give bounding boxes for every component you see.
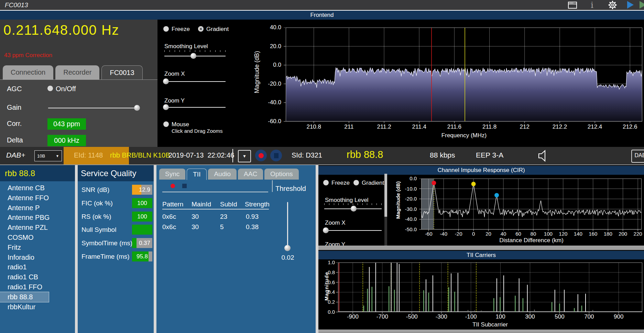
service-list-item[interactable]: Fritz xyxy=(0,243,75,253)
mouse-label: Mouse xyxy=(172,121,189,128)
table-cell: 0.38 xyxy=(246,223,259,231)
stop-icon xyxy=(274,153,279,158)
cir-x-tick: 220 xyxy=(630,231,644,237)
tab-sync[interactable]: Sync xyxy=(159,169,185,180)
smoothing-slider-handle[interactable] xyxy=(190,53,196,59)
service-list-item[interactable]: Antenne P xyxy=(0,203,75,213)
spectrum-y-tick: -20.0 xyxy=(261,80,281,87)
cir-zoom-x-slider-track[interactable] xyxy=(324,230,382,231)
splitter-handle[interactable] xyxy=(154,165,156,333)
current-service-header: rbb 88.8 xyxy=(0,165,75,181)
table-cell: 30 xyxy=(192,223,199,231)
tab-audio[interactable]: Audio xyxy=(208,169,237,180)
splitter-handle[interactable] xyxy=(316,165,318,333)
spectrum-x-tick: 211.4 xyxy=(409,123,429,130)
cir-scrollbar-track[interactable] xyxy=(384,174,387,247)
threshold-slider-track[interactable] xyxy=(287,202,288,247)
threshold-label: Threshold xyxy=(275,185,306,193)
service-list-item[interactable]: Antenne FFO xyxy=(0,193,75,203)
mute-button[interactable] xyxy=(538,150,549,162)
tab-aac[interactable]: AAC xyxy=(238,169,263,180)
tab-fc0013[interactable]: FC0013 xyxy=(101,65,142,80)
protection-label: EEP 3-A xyxy=(476,151,503,159)
cir-zoom-x-slider-handle[interactable] xyxy=(323,227,329,233)
threshold-slider-handle[interactable] xyxy=(284,245,291,251)
service-list-item[interactable]: radio1 CB xyxy=(0,272,75,282)
zoom-y-slider-track[interactable] xyxy=(164,107,226,108)
cir-smoothing-label: Smoothing Level xyxy=(325,197,369,204)
gear-icon[interactable] xyxy=(608,0,617,10)
channel-select[interactable]: 10B ▼ xyxy=(34,150,62,161)
zoom-x-slider-track[interactable] xyxy=(164,81,226,82)
tab-connection[interactable]: Connection xyxy=(3,65,53,79)
splitter-handle[interactable] xyxy=(75,165,78,333)
tii-stop-button[interactable] xyxy=(182,184,187,188)
stop-button[interactable] xyxy=(270,150,282,161)
zoom-y-slider-handle[interactable] xyxy=(163,104,169,110)
frontend-spectrum-plot[interactable] xyxy=(283,28,644,124)
tab-options[interactable]: Options xyxy=(264,169,298,180)
cir-plot xyxy=(418,179,644,232)
dab-mode-label: DAB+ xyxy=(6,151,25,159)
spectrum-x-tick: 211 xyxy=(339,123,359,130)
spectrum-controls: Freeze × Gradient Smoothing Level Zoom X… xyxy=(157,20,237,147)
tab-tii[interactable]: TII xyxy=(187,169,207,180)
threshold-divider xyxy=(272,180,273,192)
service-list-item[interactable]: radio1 FFO xyxy=(0,282,75,292)
zoom-x-slider-handle[interactable] xyxy=(163,78,169,84)
agc-radio[interactable] xyxy=(47,86,53,91)
service-list-item-selected[interactable]: rbb 88.8 xyxy=(0,292,49,302)
horizontal-scrollbar[interactable] xyxy=(318,246,644,250)
cir-gradient-radio[interactable] xyxy=(353,180,359,185)
service-list-panel: rbb 88.8 Antenne CB Antenne FFO Antenne … xyxy=(0,165,75,333)
info-icon[interactable]: i xyxy=(591,0,593,10)
service-list-item[interactable]: Antenne CB xyxy=(0,183,75,193)
sq-badge-5: 95.8 xyxy=(132,251,152,261)
service-list-item[interactable]: Antenne PZL xyxy=(0,223,75,233)
tii-x-tick: 100 xyxy=(491,313,510,320)
gain-slider-handle[interactable] xyxy=(134,105,140,111)
service-quality-panel: Service Quality SNR (dB) 12.9 FIC (ok %)… xyxy=(78,165,154,333)
service-list-item[interactable]: radio1 xyxy=(0,262,75,272)
tab-recorder[interactable]: Recorder xyxy=(55,65,99,79)
sq-badge-3 xyxy=(132,225,152,235)
frequency-value: 0.211.648.000 xyxy=(3,22,97,37)
spectrum-x-tick: 212 xyxy=(514,123,535,130)
gain-label: Gain xyxy=(7,104,21,111)
service-list-item[interactable]: COSMO xyxy=(0,233,75,243)
mouse-radio[interactable] xyxy=(163,121,169,127)
service-list-item[interactable]: Inforadio xyxy=(0,253,75,262)
horizontal-scrollbar[interactable] xyxy=(318,330,644,333)
gradient-radio[interactable]: × xyxy=(198,26,204,32)
play-icon-secondary[interactable] xyxy=(640,1,644,9)
cir-freeze-radio[interactable] xyxy=(323,180,329,185)
window-icon[interactable] xyxy=(568,2,577,9)
tii-record-button[interactable] xyxy=(171,184,175,188)
table-cell: 0x6c xyxy=(162,213,176,221)
agc-option-label: On/Off xyxy=(56,85,76,93)
snr-label: SNR (dB) xyxy=(81,185,109,195)
frequency-unit: Hz xyxy=(101,22,119,37)
cir-x-axis-label: Distance Difference (km) xyxy=(421,237,642,244)
record-button[interactable] xyxy=(255,150,267,161)
cir-x-tick: 180 xyxy=(600,231,615,237)
freeze-radio[interactable] xyxy=(163,26,169,32)
dropdown-button[interactable]: ▼ xyxy=(238,150,251,162)
symbol-time-label: SymbolTime (ms) xyxy=(81,238,132,248)
tii-slider-track[interactable] xyxy=(162,192,268,192)
service-list-item[interactable]: Antenne PBG xyxy=(0,213,75,223)
cir-smoothing-slider-handle[interactable] xyxy=(351,206,357,212)
cir-freeze-label: Freeze xyxy=(331,180,350,186)
cir-x-tick: 160 xyxy=(586,231,601,237)
table-cell: 0.93 xyxy=(246,213,259,221)
application-window: FC0013 i Frontend 0.211.648.000 Hz xyxy=(0,0,644,333)
frontend-tab-bar: Connection Recorder FC0013 xyxy=(3,65,143,80)
spectrum-x-tick: 211.6 xyxy=(444,123,465,130)
cir-y-tick: -50.0 xyxy=(396,226,417,232)
cir-scrollbar-thumb[interactable] xyxy=(384,174,387,217)
play-icon[interactable] xyxy=(627,1,634,9)
fic-label: FIC (ok %) xyxy=(81,198,113,208)
gain-slider-track[interactable] xyxy=(48,108,137,108)
service-list-item[interactable]: rbbKultur xyxy=(0,302,75,312)
service-list: Antenne CB Antenne FFO Antenne P Antenne… xyxy=(0,181,75,312)
